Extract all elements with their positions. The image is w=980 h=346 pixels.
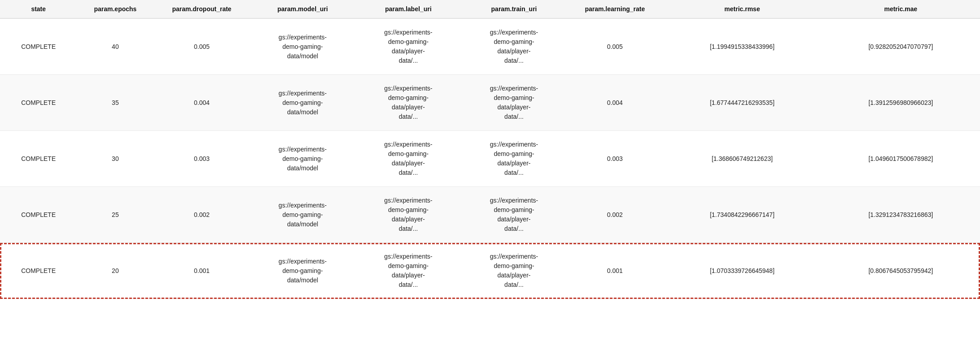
col-header-state: state (0, 0, 77, 18)
cell-learning-rate: 0.005 (567, 18, 663, 75)
cell-rmse: [1.1994915338433996] (663, 18, 822, 75)
col-header-rmse: metric.rmse (663, 0, 822, 18)
cell-model-uri: gs://experiments- demo-gaming- data/mode… (250, 75, 356, 131)
col-header-label-uri: param.label_uri (356, 0, 461, 18)
cell-dropout-rate: 0.002 (154, 187, 250, 243)
cell-dropout-rate: 0.001 (154, 243, 250, 299)
cell-epochs: 20 (77, 243, 153, 299)
cell-label-uri: gs://experiments- demo-gaming- data/play… (356, 187, 461, 243)
cell-dropout-rate: 0.003 (154, 131, 250, 187)
table-row: COMPLETE200.001gs://experiments- demo-ga… (0, 243, 980, 299)
cell-model-uri: gs://experiments- demo-gaming- data/mode… (250, 243, 356, 299)
cell-label-uri: gs://experiments- demo-gaming- data/play… (356, 243, 461, 299)
cell-rmse: [1.7340842296667147] (663, 187, 822, 243)
cell-rmse: [1.6774447216293535] (663, 75, 822, 131)
cell-model-uri: gs://experiments- demo-gaming- data/mode… (250, 131, 356, 187)
col-header-epochs: param.epochs (77, 0, 153, 18)
cell-label-uri: gs://experiments- demo-gaming- data/play… (356, 75, 461, 131)
cell-train-uri: gs://experiments- demo-gaming- data/play… (461, 187, 567, 243)
cell-state: COMPLETE (0, 243, 77, 299)
col-header-dropout: param.dropout_rate (154, 0, 250, 18)
cell-epochs: 35 (77, 75, 153, 131)
cell-state: COMPLETE (0, 18, 77, 75)
col-header-train-uri: param.train_uri (461, 0, 567, 18)
cell-epochs: 30 (77, 131, 153, 187)
table-row: COMPLETE350.004gs://experiments- demo-ga… (0, 75, 980, 131)
cell-state: COMPLETE (0, 131, 77, 187)
table-row: COMPLETE400.005gs://experiments- demo-ga… (0, 18, 980, 75)
cell-dropout-rate: 0.005 (154, 18, 250, 75)
cell-epochs: 40 (77, 18, 153, 75)
cell-train-uri: gs://experiments- demo-gaming- data/play… (461, 75, 567, 131)
table-header-row: state param.epochs param.dropout_rate pa… (0, 0, 980, 18)
cell-learning-rate: 0.001 (567, 243, 663, 299)
cell-mae: [0.9282052047070797] (821, 18, 980, 75)
cell-state: COMPLETE (0, 75, 77, 131)
cell-rmse: [1.368606749212623] (663, 131, 822, 187)
cell-mae: [0.8067645053795942] (821, 243, 980, 299)
cell-model-uri: gs://experiments- demo-gaming- data/mode… (250, 187, 356, 243)
cell-label-uri: gs://experiments- demo-gaming- data/play… (356, 18, 461, 75)
cell-state: COMPLETE (0, 187, 77, 243)
cell-mae: [1.3291234783216863] (821, 187, 980, 243)
cell-train-uri: gs://experiments- demo-gaming- data/play… (461, 243, 567, 299)
col-header-learning-rate: param.learning_rate (567, 0, 663, 18)
cell-learning-rate: 0.002 (567, 187, 663, 243)
col-header-mae: metric.mae (821, 0, 980, 18)
cell-model-uri: gs://experiments- demo-gaming- data/mode… (250, 18, 356, 75)
table-row: COMPLETE250.002gs://experiments- demo-ga… (0, 187, 980, 243)
cell-mae: [1.3912596980966023] (821, 75, 980, 131)
cell-rmse: [1.0703339726645948] (663, 243, 822, 299)
experiments-table: state param.epochs param.dropout_rate pa… (0, 0, 980, 299)
col-header-model-uri: param.model_uri (250, 0, 356, 18)
cell-train-uri: gs://experiments- demo-gaming- data/play… (461, 18, 567, 75)
cell-mae: [1.0496017500678982] (821, 131, 980, 187)
cell-train-uri: gs://experiments- demo-gaming- data/play… (461, 131, 567, 187)
cell-learning-rate: 0.004 (567, 75, 663, 131)
cell-learning-rate: 0.003 (567, 131, 663, 187)
cell-label-uri: gs://experiments- demo-gaming- data/play… (356, 131, 461, 187)
cell-dropout-rate: 0.004 (154, 75, 250, 131)
table-row: COMPLETE300.003gs://experiments- demo-ga… (0, 131, 980, 187)
cell-epochs: 25 (77, 187, 153, 243)
